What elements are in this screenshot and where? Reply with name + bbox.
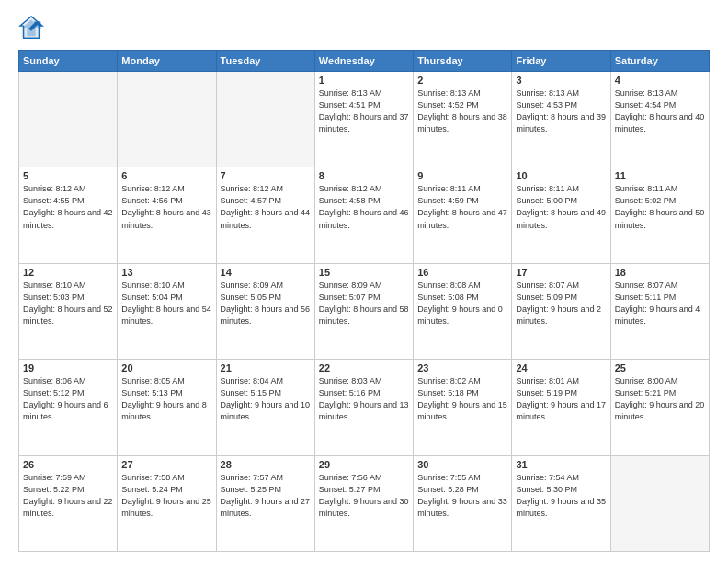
day-info: Sunrise: 8:13 AMSunset: 4:52 PMDaylight:…: [417, 87, 507, 135]
day-info: Sunrise: 8:12 AMSunset: 4:57 PMDaylight:…: [221, 183, 311, 231]
day-info: Sunrise: 8:07 AMSunset: 5:11 PMDaylight:…: [615, 280, 705, 327]
day-number: 4: [615, 75, 705, 86]
day-info: Sunrise: 8:02 AMSunset: 5:18 PMDaylight:…: [417, 375, 507, 423]
day-cell: 6Sunrise: 8:12 AMSunset: 4:56 PMDaylight…: [118, 167, 216, 263]
logo-icon: [18, 15, 44, 40]
day-info: Sunrise: 8:12 AMSunset: 4:56 PMDaylight:…: [121, 183, 211, 231]
weekday-header-wednesday: Wednesday: [314, 51, 413, 72]
day-number: 10: [516, 170, 606, 181]
day-cell: 17Sunrise: 8:07 AMSunset: 5:09 PMDayligh…: [512, 263, 610, 359]
day-info: Sunrise: 7:59 AMSunset: 5:22 PMDaylight:…: [23, 472, 113, 520]
day-number: 18: [615, 267, 705, 278]
weekday-header-saturday: Saturday: [610, 51, 709, 72]
calendar: SundayMondayTuesdayWednesdayThursdayFrid…: [18, 50, 710, 552]
day-info: Sunrise: 8:11 AMSunset: 4:59 PMDaylight:…: [417, 183, 507, 231]
day-cell: 14Sunrise: 8:09 AMSunset: 5:05 PMDayligh…: [216, 263, 314, 359]
day-info: Sunrise: 7:57 AMSunset: 5:25 PMDaylight:…: [221, 472, 311, 520]
day-number: 13: [121, 267, 211, 278]
day-info: Sunrise: 7:55 AMSunset: 5:28 PMDaylight:…: [417, 472, 507, 520]
day-cell: 31Sunrise: 7:54 AMSunset: 5:30 PMDayligh…: [512, 455, 610, 551]
day-number: 14: [221, 267, 311, 278]
day-number: 28: [221, 459, 311, 470]
day-number: 15: [319, 267, 409, 278]
day-cell: 19Sunrise: 8:06 AMSunset: 5:12 PMDayligh…: [19, 360, 118, 455]
day-cell: 5Sunrise: 8:12 AMSunset: 4:55 PMDaylight…: [19, 167, 118, 263]
day-info: Sunrise: 8:07 AMSunset: 5:09 PMDaylight:…: [516, 280, 606, 327]
week-row-1: 5Sunrise: 8:12 AMSunset: 4:55 PMDaylight…: [19, 167, 710, 263]
day-number: 30: [417, 459, 507, 470]
week-row-2: 12Sunrise: 8:10 AMSunset: 5:03 PMDayligh…: [19, 263, 710, 359]
day-info: Sunrise: 8:03 AMSunset: 5:16 PMDaylight:…: [319, 375, 409, 423]
page: SundayMondayTuesdayWednesdayThursdayFrid…: [0, 0, 728, 563]
day-cell: [610, 455, 709, 551]
day-number: 21: [221, 362, 311, 373]
day-info: Sunrise: 8:00 AMSunset: 5:21 PMDaylight:…: [615, 375, 705, 423]
day-cell: 12Sunrise: 8:10 AMSunset: 5:03 PMDayligh…: [19, 263, 118, 359]
day-info: Sunrise: 8:09 AMSunset: 5:07 PMDaylight:…: [319, 280, 409, 327]
day-number: 20: [121, 362, 211, 373]
day-cell: 24Sunrise: 8:01 AMSunset: 5:19 PMDayligh…: [512, 360, 610, 455]
day-cell: 23Sunrise: 8:02 AMSunset: 5:18 PMDayligh…: [414, 360, 512, 455]
day-number: 7: [221, 170, 311, 181]
header: [18, 15, 710, 40]
day-info: Sunrise: 8:12 AMSunset: 4:55 PMDaylight:…: [23, 183, 113, 231]
day-number: 8: [319, 170, 409, 181]
day-number: 24: [516, 362, 606, 373]
day-number: 12: [23, 267, 113, 278]
day-info: Sunrise: 7:58 AMSunset: 5:24 PMDaylight:…: [121, 472, 211, 520]
day-cell: 27Sunrise: 7:58 AMSunset: 5:24 PMDayligh…: [118, 455, 216, 551]
day-cell: 13Sunrise: 8:10 AMSunset: 5:04 PMDayligh…: [118, 263, 216, 359]
day-info: Sunrise: 8:05 AMSunset: 5:13 PMDaylight:…: [121, 375, 211, 423]
day-number: 29: [319, 459, 409, 470]
day-number: 31: [516, 459, 606, 470]
day-info: Sunrise: 8:13 AMSunset: 4:54 PMDaylight:…: [615, 87, 705, 135]
day-cell: 9Sunrise: 8:11 AMSunset: 4:59 PMDaylight…: [414, 167, 512, 263]
day-number: 27: [121, 459, 211, 470]
weekday-header-tuesday: Tuesday: [216, 51, 314, 72]
day-cell: 28Sunrise: 7:57 AMSunset: 5:25 PMDayligh…: [216, 455, 314, 551]
day-info: Sunrise: 8:10 AMSunset: 5:04 PMDaylight:…: [121, 280, 211, 327]
day-info: Sunrise: 7:56 AMSunset: 5:27 PMDaylight:…: [319, 472, 409, 520]
day-number: 22: [319, 362, 409, 373]
day-cell: [216, 72, 314, 167]
day-cell: 15Sunrise: 8:09 AMSunset: 5:07 PMDayligh…: [314, 263, 413, 359]
day-cell: 26Sunrise: 7:59 AMSunset: 5:22 PMDayligh…: [19, 455, 118, 551]
day-info: Sunrise: 8:13 AMSunset: 4:51 PMDaylight:…: [319, 87, 409, 135]
week-row-3: 19Sunrise: 8:06 AMSunset: 5:12 PMDayligh…: [19, 360, 710, 455]
day-number: 17: [516, 267, 606, 278]
day-cell: 7Sunrise: 8:12 AMSunset: 4:57 PMDaylight…: [216, 167, 314, 263]
day-info: Sunrise: 8:01 AMSunset: 5:19 PMDaylight:…: [516, 375, 606, 423]
day-cell: 21Sunrise: 8:04 AMSunset: 5:15 PMDayligh…: [216, 360, 314, 455]
day-cell: 18Sunrise: 8:07 AMSunset: 5:11 PMDayligh…: [610, 263, 709, 359]
logo: [18, 15, 48, 40]
week-row-0: 1Sunrise: 8:13 AMSunset: 4:51 PMDaylight…: [19, 72, 710, 167]
day-info: Sunrise: 8:10 AMSunset: 5:03 PMDaylight:…: [23, 280, 113, 327]
day-cell: 2Sunrise: 8:13 AMSunset: 4:52 PMDaylight…: [414, 72, 512, 167]
day-info: Sunrise: 8:11 AMSunset: 5:00 PMDaylight:…: [516, 183, 606, 231]
day-cell: [118, 72, 216, 167]
day-number: 16: [417, 267, 507, 278]
day-number: 23: [417, 362, 507, 373]
day-number: 3: [516, 75, 606, 86]
day-cell: 1Sunrise: 8:13 AMSunset: 4:51 PMDaylight…: [314, 72, 413, 167]
weekday-header-friday: Friday: [512, 51, 610, 72]
day-number: 11: [615, 170, 705, 181]
day-info: Sunrise: 8:13 AMSunset: 4:53 PMDaylight:…: [516, 87, 606, 135]
weekday-header-sunday: Sunday: [19, 51, 118, 72]
day-number: 26: [23, 459, 113, 470]
week-row-4: 26Sunrise: 7:59 AMSunset: 5:22 PMDayligh…: [19, 455, 710, 551]
day-cell: 20Sunrise: 8:05 AMSunset: 5:13 PMDayligh…: [118, 360, 216, 455]
day-info: Sunrise: 8:12 AMSunset: 4:58 PMDaylight:…: [319, 183, 409, 231]
day-info: Sunrise: 8:04 AMSunset: 5:15 PMDaylight:…: [221, 375, 311, 423]
day-cell: 10Sunrise: 8:11 AMSunset: 5:00 PMDayligh…: [512, 167, 610, 263]
day-number: 6: [121, 170, 211, 181]
day-number: 2: [417, 75, 507, 86]
day-cell: 3Sunrise: 8:13 AMSunset: 4:53 PMDaylight…: [512, 72, 610, 167]
weekday-header-monday: Monday: [118, 51, 216, 72]
day-cell: 11Sunrise: 8:11 AMSunset: 5:02 PMDayligh…: [610, 167, 709, 263]
day-number: 19: [23, 362, 113, 373]
day-cell: 29Sunrise: 7:56 AMSunset: 5:27 PMDayligh…: [314, 455, 413, 551]
day-cell: 4Sunrise: 8:13 AMSunset: 4:54 PMDaylight…: [610, 72, 709, 167]
weekday-header-thursday: Thursday: [414, 51, 512, 72]
day-cell: 25Sunrise: 8:00 AMSunset: 5:21 PMDayligh…: [610, 360, 709, 455]
